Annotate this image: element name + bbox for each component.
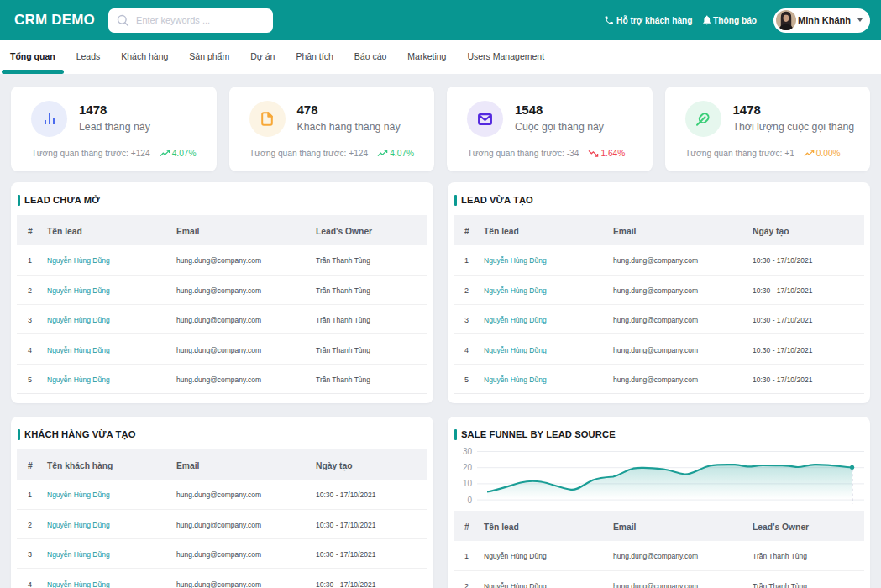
- svg-text:20: 20: [463, 463, 473, 472]
- svg-text:10: 10: [463, 479, 473, 488]
- svg-text:0: 0: [467, 496, 472, 505]
- svg-text:30: 30: [463, 447, 473, 456]
